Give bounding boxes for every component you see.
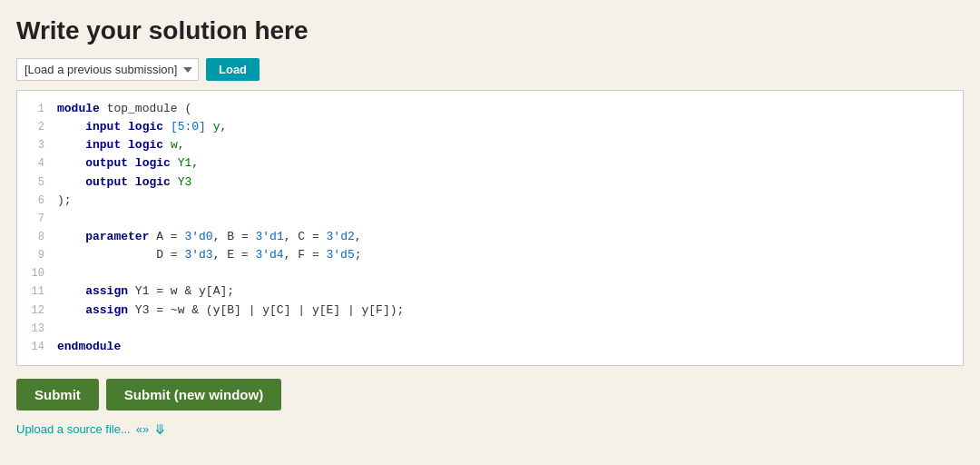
- code-content-5: output logic Y3: [57, 173, 191, 192]
- code-line-2: 2 input logic [5:0] y,: [17, 118, 963, 136]
- upload-section: Upload a source file... «» ⤋: [16, 421, 964, 438]
- submit-button[interactable]: Submit: [16, 379, 99, 411]
- chevron-down-icon: «»: [136, 422, 149, 436]
- line-num-2: 2: [26, 119, 44, 136]
- code-line-10: 10: [17, 264, 963, 282]
- code-line-11: 11 assign Y1 = w & y[A];: [17, 282, 963, 301]
- code-line-4: 4 output logic Y1,: [17, 154, 963, 173]
- line-num-9: 9: [26, 247, 44, 264]
- code-line-14: 14 endmodule: [17, 338, 963, 356]
- code-line-12: 12 assign Y3 = ~w & (y[B] | y[C] | y[E] …: [17, 302, 963, 320]
- code-content-7: [57, 210, 64, 228]
- line-num-13: 13: [26, 321, 44, 338]
- upload-link[interactable]: Upload a source file...: [16, 422, 131, 436]
- code-content-4: output logic Y1,: [57, 154, 199, 173]
- upload-label: Upload a source file...: [16, 422, 131, 436]
- action-bar: Submit Submit (new window): [16, 379, 964, 411]
- code-content-9: D = 3'd3, E = 3'd4, F = 3'd5;: [57, 246, 362, 264]
- code-content-14: endmodule: [57, 338, 121, 356]
- code-content-6: );: [57, 192, 72, 210]
- code-content-10: [57, 264, 64, 282]
- code-content-2: input logic [5:0] y,: [57, 118, 227, 136]
- code-content-11: assign Y1 = w & y[A];: [57, 282, 234, 301]
- submit-new-window-button[interactable]: Submit (new window): [106, 379, 281, 411]
- code-content-1: module top_module (: [57, 100, 191, 118]
- code-content-12: assign Y3 = ~w & (y[B] | y[C] | y[E] | y…: [57, 302, 404, 320]
- code-content-3: input logic w,: [57, 136, 185, 154]
- line-num-11: 11: [26, 283, 44, 301]
- load-button[interactable]: Load: [206, 58, 260, 81]
- submission-select[interactable]: [Load a previous submission]: [16, 58, 199, 81]
- line-num-10: 10: [26, 265, 44, 282]
- line-num-4: 4: [26, 155, 44, 173]
- page-title: Write your solution here: [16, 16, 964, 45]
- code-content-13: [57, 320, 64, 338]
- line-num-8: 8: [26, 229, 44, 246]
- line-num-6: 6: [26, 193, 44, 210]
- line-num-3: 3: [26, 137, 44, 154]
- code-line-13: 13: [17, 320, 963, 338]
- toolbar: [Load a previous submission] Load: [16, 58, 964, 81]
- code-line-6: 6 );: [17, 192, 963, 210]
- line-num-14: 14: [26, 339, 44, 356]
- line-num-7: 7: [26, 211, 44, 228]
- line-num-5: 5: [26, 174, 44, 192]
- expand-icon[interactable]: ⤋: [154, 421, 166, 438]
- code-line-1: 1 module top_module (: [17, 100, 963, 118]
- code-editor[interactable]: 1 module top_module ( 2 input logic [5:0…: [16, 90, 964, 366]
- code-line-8: 8 parameter A = 3'd0, B = 3'd1, C = 3'd2…: [17, 228, 963, 246]
- code-line-3: 3 input logic w,: [17, 136, 963, 154]
- line-num-1: 1: [26, 101, 44, 118]
- code-line-5: 5 output logic Y3: [17, 173, 963, 192]
- code-line-9: 9 D = 3'd3, E = 3'd4, F = 3'd5;: [17, 246, 963, 264]
- code-line-7: 7: [17, 210, 963, 228]
- line-num-12: 12: [26, 302, 44, 320]
- code-content-8: parameter A = 3'd0, B = 3'd1, C = 3'd2,: [57, 228, 362, 246]
